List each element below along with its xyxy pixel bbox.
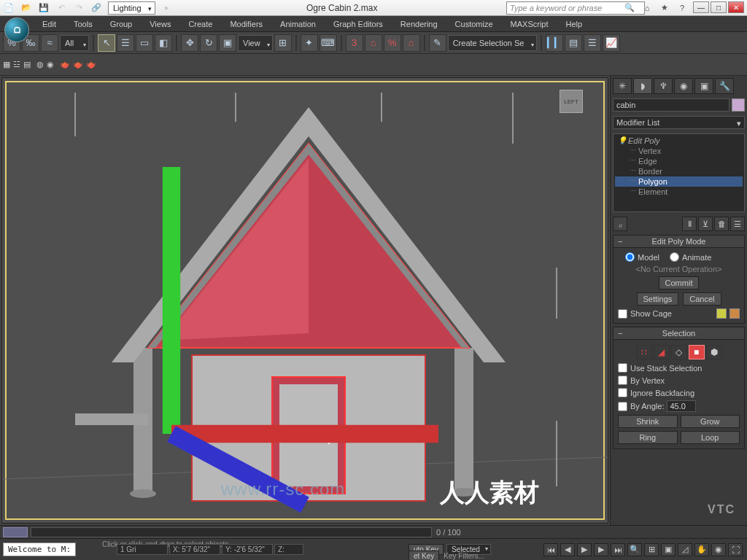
viewport[interactable]: LEFT www.rr-sc.com 人人素材 xyxy=(1,77,608,524)
pivot-icon[interactable]: ⊞ xyxy=(274,34,292,52)
scale-tool-icon[interactable]: ▣ xyxy=(219,34,236,52)
x-coord[interactable]: X: 5'7 6/32" xyxy=(169,544,220,555)
spinner-snap-icon[interactable]: ⌂ xyxy=(403,34,420,52)
layers-icon[interactable]: ☰ xyxy=(584,34,601,52)
stack-vertex[interactable]: Vertex xyxy=(615,146,743,156)
percent-snap-icon[interactable]: % xyxy=(384,34,401,52)
modifier-stack[interactable]: Edit Poly Vertex Edge Border Polygon Ele… xyxy=(613,133,745,212)
prev-frame-icon[interactable]: ◀ xyxy=(560,543,575,556)
link-icon[interactable]: 🔗 xyxy=(88,1,105,15)
menu-edit[interactable]: Edit xyxy=(34,17,65,31)
tab-display-icon[interactable]: ▣ xyxy=(694,78,713,94)
menu-maxscript[interactable]: MAXScript xyxy=(502,17,557,31)
modifier-list-dropdown[interactable]: Modifier List xyxy=(613,116,745,129)
select-tool-icon[interactable]: ↖ xyxy=(98,34,115,52)
zoom-icon[interactable]: 🔍 xyxy=(627,543,642,556)
mirror-icon[interactable]: ▎▎ xyxy=(546,34,563,52)
close-button[interactable]: ✕ xyxy=(728,1,744,13)
graphite-tool1-icon[interactable]: ▦ xyxy=(3,60,10,69)
loop-button[interactable]: Loop xyxy=(681,431,740,444)
menu-create[interactable]: Create xyxy=(179,17,221,31)
app-logo-icon[interactable]: ᗝ xyxy=(4,18,29,42)
redo-icon[interactable]: ↷ xyxy=(70,1,88,15)
make-unique-icon[interactable]: ⊻ xyxy=(698,217,713,231)
stack-edit-poly[interactable]: Edit Poly xyxy=(615,136,743,146)
fov-icon[interactable]: ◿ xyxy=(678,543,692,556)
manipulate-icon[interactable]: ✦ xyxy=(301,34,318,52)
graphite-tool5-icon[interactable]: ◉ xyxy=(47,60,54,69)
move-tool-icon[interactable]: ✥ xyxy=(181,34,198,52)
z-coord[interactable]: Z: xyxy=(274,544,303,555)
setkey-button[interactable]: et Key xyxy=(409,551,439,560)
named-selection-dropdown[interactable]: Create Selection Se xyxy=(448,35,537,51)
snap-toggle-icon[interactable]: 3 xyxy=(346,34,363,52)
stack-border[interactable]: Border xyxy=(615,166,743,176)
shrink-button[interactable]: Shrink xyxy=(618,415,678,428)
help-icon[interactable]: ? xyxy=(676,1,689,15)
object-name-input[interactable] xyxy=(613,98,729,112)
angle-input[interactable] xyxy=(667,400,696,412)
color-swatch[interactable] xyxy=(732,98,745,112)
timeline-track[interactable] xyxy=(31,527,432,537)
zoom-all-icon[interactable]: ⊞ xyxy=(644,543,659,556)
selection-filter-dropdown[interactable]: All xyxy=(60,35,89,51)
subobj-polygon-icon[interactable]: ■ xyxy=(689,345,705,359)
show-end-result-icon[interactable]: Ⅱ xyxy=(682,217,697,231)
menu-tools[interactable]: Tools xyxy=(65,17,101,31)
subobj-border-icon[interactable]: ◇ xyxy=(671,345,687,359)
select-region-icon[interactable]: ▭ xyxy=(136,34,153,52)
settings-button[interactable]: Settings xyxy=(637,292,679,306)
use-stack-checkbox[interactable] xyxy=(618,363,627,373)
menu-animation[interactable]: Animation xyxy=(271,17,325,31)
configure-sets-icon[interactable]: ☰ xyxy=(730,217,745,231)
edit-named-sel-icon[interactable]: ✎ xyxy=(429,34,446,52)
timeline[interactable]: 0 / 100 xyxy=(0,526,747,539)
next-frame-icon[interactable]: ▶ xyxy=(594,543,608,556)
menu-rendering[interactable]: Rendering xyxy=(392,17,446,31)
radio-animate[interactable]: Animate xyxy=(670,252,711,262)
menu-graph-editors[interactable]: Graph Editors xyxy=(325,17,392,31)
open-icon[interactable]: 📂 xyxy=(18,1,35,15)
save-icon[interactable]: 💾 xyxy=(35,1,53,15)
ring-button[interactable]: Ring xyxy=(618,431,678,444)
ref-coord-dropdown[interactable]: View xyxy=(238,35,273,51)
star-icon[interactable]: ★ xyxy=(658,1,671,15)
teapot3-icon[interactable]: 🫖 xyxy=(86,60,96,69)
menu-modifiers[interactable]: Modifiers xyxy=(221,17,271,31)
key-filters-link[interactable]: Key Filters... xyxy=(442,551,486,560)
rollup-header-selection[interactable]: Selection xyxy=(614,327,744,340)
maxscript-listener[interactable]: Welcome to M: xyxy=(3,542,76,556)
tab-hierarchy-icon[interactable]: ♆ xyxy=(654,78,673,94)
angle-snap-icon[interactable]: ⌂ xyxy=(365,34,382,52)
stack-element[interactable]: Element xyxy=(615,187,743,197)
graphite-tool3-icon[interactable]: ▤ xyxy=(23,60,31,69)
subobj-element-icon[interactable]: ⬢ xyxy=(706,345,722,359)
infocenter-icon[interactable]: ⌂ xyxy=(640,1,654,15)
cage-color2[interactable] xyxy=(729,308,740,319)
tab-utilities-icon[interactable]: 🔧 xyxy=(715,78,734,94)
zoom-extents-icon[interactable]: ▣ xyxy=(661,543,676,556)
by-vertex-checkbox[interactable] xyxy=(618,376,627,385)
workspace-dropdown[interactable]: Lighting xyxy=(108,1,155,15)
play-icon[interactable]: ▶ xyxy=(577,543,592,556)
keyboard-icon[interactable]: ⌨ xyxy=(320,34,337,52)
tab-modify-icon[interactable]: ◗ xyxy=(633,78,652,94)
graphite-tool4-icon[interactable]: ◍ xyxy=(36,60,44,69)
by-angle-checkbox[interactable] xyxy=(618,402,627,411)
graphite-tool2-icon[interactable]: ☳ xyxy=(13,60,20,69)
window-crossing-icon[interactable]: ◧ xyxy=(155,34,172,52)
undo-icon[interactable]: ↶ xyxy=(53,1,70,15)
y-coord[interactable]: Y: -2'6 5/32" xyxy=(222,544,273,555)
workspace-next-icon[interactable]: ▸ xyxy=(158,1,176,15)
select-name-icon[interactable]: ☰ xyxy=(117,34,134,52)
stack-polygon[interactable]: Polygon xyxy=(615,176,743,187)
tab-create-icon[interactable]: ✳ xyxy=(613,78,632,94)
rollup-header-editpoly[interactable]: Edit Poly Mode xyxy=(614,236,744,248)
bind-tool-icon[interactable]: ≈ xyxy=(41,34,58,52)
maximize-button[interactable]: □ xyxy=(711,1,727,13)
orbit-icon[interactable]: ◉ xyxy=(711,543,726,556)
rotate-tool-icon[interactable]: ↻ xyxy=(200,34,217,52)
menu-help[interactable]: Help xyxy=(557,17,592,31)
subobj-vertex-icon[interactable]: ∷ xyxy=(636,345,652,359)
stack-edge[interactable]: Edge xyxy=(615,156,743,166)
